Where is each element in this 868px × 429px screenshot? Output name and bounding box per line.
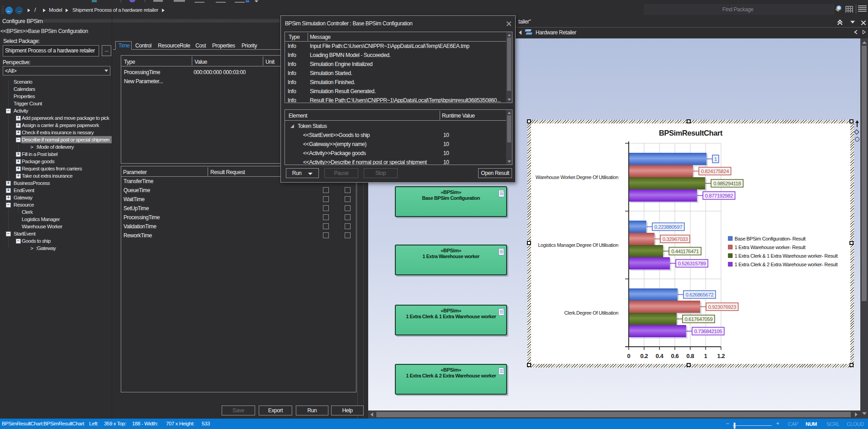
- svg-text:0.877192982: 0.877192982: [705, 193, 733, 198]
- svg-text:BPSimResultChart: BPSimResultChart: [659, 129, 723, 137]
- svg-text:0.441176471: 0.441176471: [671, 249, 699, 254]
- svg-text:0.526315789: 0.526315789: [678, 261, 706, 266]
- svg-text:Warehouse Worker.Degree Of Uti: Warehouse Worker.Degree Of Utilisation: [536, 174, 618, 180]
- svg-text:1: 1: [714, 156, 717, 162]
- svg-text:0.617647059: 0.617647059: [685, 316, 713, 322]
- svg-text:1 Extra Clerk & 1 Extra Wareho: 1 Extra Clerk & 1 Extra Warehouse worker…: [735, 253, 838, 259]
- svg-text:0.223880597: 0.223880597: [655, 224, 683, 230]
- svg-text:0.736842105: 0.736842105: [694, 329, 722, 334]
- svg-text:1.2: 1.2: [717, 353, 725, 359]
- svg-text:0.4: 0.4: [656, 353, 664, 359]
- svg-text:1 Extra Warehouse worker- Resu: 1 Extra Warehouse worker- Result: [735, 245, 806, 250]
- svg-text:0.8: 0.8: [687, 353, 694, 359]
- svg-text:Logistics Manager.Degree Of Ut: Logistics Manager.Degree Of Utilisation: [538, 242, 618, 248]
- svg-text:Clerk.Degree Of Utilisation: Clerk.Degree Of Utilisation: [564, 310, 619, 316]
- svg-text:Base BPSim Configuration- Resu: Base BPSim Configuration- Result: [735, 236, 806, 241]
- svg-text:0.6: 0.6: [671, 353, 679, 359]
- svg-text:0.32967033: 0.32967033: [663, 236, 688, 242]
- svg-text:0.985294118: 0.985294118: [713, 181, 741, 186]
- svg-text:0.626865672: 0.626865672: [686, 292, 714, 297]
- svg-text:0.2: 0.2: [640, 353, 648, 359]
- svg-text:0.923076923: 0.923076923: [708, 304, 736, 310]
- svg-text:1: 1: [704, 353, 707, 359]
- svg-text:1 Extra Clerk & 2 Extra Wareho: 1 Extra Clerk & 2 Extra Warehouse worker…: [735, 262, 838, 267]
- svg-text:0: 0: [627, 353, 631, 359]
- svg-text:0.824175824: 0.824175824: [701, 169, 729, 174]
